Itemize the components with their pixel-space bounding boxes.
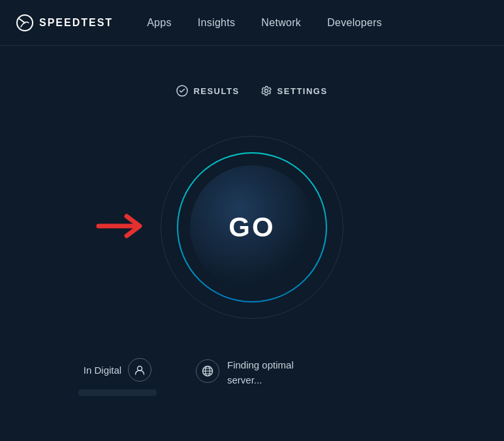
go-container: GO [154, 129, 350, 325]
globe-icon-circle [196, 359, 219, 383]
globe-icon [202, 365, 213, 377]
checkmark-icon [176, 85, 188, 97]
nav-item-developers[interactable]: Developers [317, 12, 392, 34]
location-info: In Digital [78, 358, 157, 396]
main-nav: Apps Insights Network Developers [136, 12, 392, 34]
nav-item-apps[interactable]: Apps [136, 12, 182, 34]
nav-item-insights[interactable]: Insights [187, 12, 246, 34]
speedtest-logo-icon [16, 14, 34, 32]
red-arrow-icon [95, 210, 148, 242]
go-label: GO [228, 212, 275, 243]
logo-text: SPEEDTEST [39, 17, 113, 29]
main-content: RESULTS SETTINGS GO In Digital [0, 46, 504, 396]
nav-item-network[interactable]: Network [251, 12, 311, 34]
location-text: In Digital [84, 365, 121, 376]
bottom-info: In Digital Finding optimals [0, 358, 504, 396]
location-label-row: In Digital [84, 358, 151, 382]
server-info: Finding optimalserver... [196, 358, 294, 387]
go-button[interactable]: GO [190, 165, 314, 289]
user-icon-circle[interactable] [128, 358, 151, 382]
action-bar: RESULTS SETTINGS [176, 85, 327, 97]
server-status-text: Finding optimalserver... [227, 358, 294, 387]
results-button[interactable]: RESULTS [176, 85, 239, 97]
location-sub [78, 389, 157, 396]
logo[interactable]: SPEEDTEST [16, 14, 113, 32]
arrow-indicator [95, 210, 148, 245]
gear-icon [260, 85, 272, 97]
settings-button[interactable]: SETTINGS [260, 85, 328, 97]
user-icon [134, 364, 146, 376]
header: SPEEDTEST Apps Insights Network Develope… [0, 0, 504, 46]
